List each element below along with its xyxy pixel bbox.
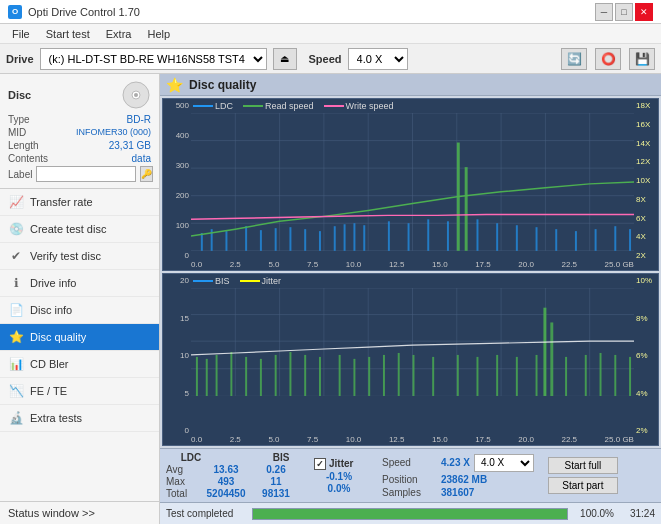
sidebar-item-fe-te[interactable]: 📉 FE / TE <box>0 378 159 405</box>
ldc-bis-stats: LDC BIS Avg 13.63 0.26 Max 493 11 Total … <box>166 452 306 499</box>
svg-rect-36 <box>447 221 449 251</box>
disc-info-icon: 📄 <box>8 302 24 318</box>
svg-rect-30 <box>363 225 365 251</box>
label-button[interactable]: 🔑 <box>140 166 153 182</box>
svg-rect-66 <box>275 355 277 396</box>
svg-rect-87 <box>614 355 616 396</box>
speed-select[interactable]: 4.0 X 8.0 X 2.0 X 1.0 X <box>348 48 408 70</box>
stats-bar: LDC BIS Avg 13.63 0.26 Max 493 11 Total … <box>160 448 661 502</box>
length-value: 23,31 GB <box>109 140 151 151</box>
svg-rect-78 <box>550 322 553 396</box>
legend-read-speed: Read speed <box>243 101 314 111</box>
sidebar-item-verify-test-disc[interactable]: ✔ Verify test disc <box>0 243 159 270</box>
total-ldc-value: 5204450 <box>201 488 251 499</box>
legend-jitter-label: Jitter <box>262 276 282 286</box>
charts-area: LDC Read speed Write speed 500 400 300 <box>160 96 661 448</box>
ldc-chart-svg <box>191 113 634 251</box>
speed-info: Speed 4.23 X 4.0 X 8.0 X Position 23862 … <box>382 454 534 498</box>
svg-rect-41 <box>555 229 557 251</box>
eject-button[interactable]: ⏏ <box>273 48 297 70</box>
svg-rect-86 <box>600 353 602 396</box>
start-part-button[interactable]: Start part <box>548 477 618 494</box>
jitter-label: Jitter <box>329 458 353 469</box>
minimize-button[interactable]: ─ <box>595 3 613 21</box>
contents-value: data <box>132 153 151 164</box>
svg-rect-45 <box>629 229 631 251</box>
create-test-disc-icon: 💿 <box>8 221 24 237</box>
sidebar-item-disc-quality[interactable]: ⭐ Disc quality <box>0 324 159 351</box>
maximize-button[interactable]: □ <box>615 3 633 21</box>
bis-header: BIS <box>256 452 306 463</box>
sidebar-item-cd-bler[interactable]: 📊 CD Bler <box>0 351 159 378</box>
disc-quality-label: Disc quality <box>30 331 86 343</box>
total-bis-value: 98131 <box>251 488 301 499</box>
refresh-button[interactable]: 🔄 <box>561 48 587 70</box>
app-title: Opti Drive Control 1.70 <box>28 6 140 18</box>
label-input[interactable] <box>36 166 136 182</box>
svg-rect-43 <box>595 229 597 251</box>
samples-val: 381607 <box>441 487 474 498</box>
sidebar-item-create-test-disc[interactable]: 💿 Create test disc <box>0 216 159 243</box>
jitter-checkbox-row: ✓ Jitter <box>314 458 364 470</box>
sidebar-item-transfer-rate[interactable]: 📈 Transfer rate <box>0 189 159 216</box>
svg-rect-70 <box>339 355 341 396</box>
status-window-label: Status window >> <box>8 507 95 519</box>
svg-rect-32 <box>465 167 468 251</box>
sidebar-item-drive-info[interactable]: ℹ Drive info <box>0 270 159 297</box>
fe-te-label: FE / TE <box>30 385 67 397</box>
svg-rect-44 <box>614 226 616 251</box>
drive-label: Drive <box>6 53 34 65</box>
svg-rect-62 <box>216 355 218 396</box>
svg-rect-21 <box>245 226 247 251</box>
max-row: Max 493 11 <box>166 476 306 487</box>
progress-time: 31:24 <box>620 508 655 519</box>
sidebar-item-disc-info[interactable]: 📄 Disc info <box>0 297 159 324</box>
total-row: Total 5204450 98131 <box>166 488 306 499</box>
titlebar: O Opti Drive Control 1.70 ─ □ ✕ <box>0 0 661 24</box>
progress-percent: 100.0% <box>574 508 614 519</box>
bis-x-axis: 0.0 2.5 5.0 7.5 10.0 12.5 15.0 17.5 20.0… <box>191 435 634 445</box>
sidebar-item-extra-tests[interactable]: 🔬 Extra tests <box>0 405 159 432</box>
svg-rect-63 <box>230 352 232 396</box>
type-value: BD-R <box>127 114 151 125</box>
avg-label: Avg <box>166 464 201 475</box>
disc-mid-row: MID INFOMER30 (000) <box>8 127 151 138</box>
speed-select-stats[interactable]: 4.0 X 8.0 X <box>474 454 534 472</box>
status-window-button[interactable]: Status window >> <box>0 501 159 524</box>
extra-tests-icon: 🔬 <box>8 410 24 426</box>
disc-length-row: Length 23,31 GB <box>8 140 151 151</box>
position-row: Position 23862 MB <box>382 474 534 485</box>
disc-button[interactable]: ⭕ <box>595 48 621 70</box>
legend-bis: BIS <box>193 276 230 286</box>
svg-rect-77 <box>543 308 546 397</box>
fe-te-icon: 📉 <box>8 383 24 399</box>
speed-row: Speed 4.23 X 4.0 X 8.0 X <box>382 454 534 472</box>
svg-rect-60 <box>196 357 198 396</box>
max-label: Max <box>166 476 201 487</box>
ldc-chart: LDC Read speed Write speed 500 400 300 <box>162 98 659 271</box>
menu-help[interactable]: Help <box>139 26 178 42</box>
start-full-button[interactable]: Start full <box>548 457 618 474</box>
menu-start-test[interactable]: Start test <box>38 26 98 42</box>
disc-icon <box>121 80 151 110</box>
jitter-avg-row: -0.1% <box>314 471 364 482</box>
total-label: Total <box>166 488 201 499</box>
progress-status-text: Test completed <box>166 508 246 519</box>
svg-rect-65 <box>260 359 262 396</box>
save-button[interactable]: 💾 <box>629 48 655 70</box>
svg-rect-39 <box>516 225 518 251</box>
menu-file[interactable]: File <box>4 26 38 42</box>
jitter-stats: ✓ Jitter -0.1% 0.0% <box>314 458 364 494</box>
close-button[interactable]: ✕ <box>635 3 653 21</box>
legend-ldc: LDC <box>193 101 233 111</box>
bis-y-axis-right: 10% 8% 6% 4% 2% <box>634 274 658 445</box>
jitter-checkbox[interactable]: ✓ <box>314 458 326 470</box>
menu-extra[interactable]: Extra <box>98 26 140 42</box>
svg-rect-64 <box>245 357 247 396</box>
legend-write-speed: Write speed <box>324 101 394 111</box>
mid-value: INFOMER30 (000) <box>76 127 151 138</box>
drive-select[interactable]: (k:) HL-DT-ST BD-RE WH16NS58 TST4 <box>40 48 267 70</box>
svg-rect-73 <box>383 355 385 396</box>
svg-rect-71 <box>353 359 355 396</box>
bis-y-axis-left: 20 15 10 5 0 <box>163 274 191 445</box>
